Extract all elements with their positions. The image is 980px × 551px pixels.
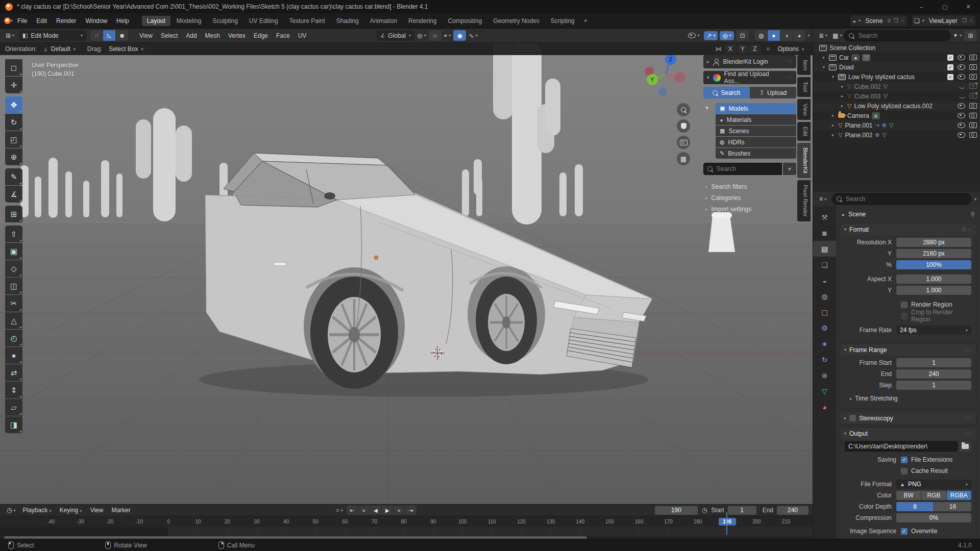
drag-dropdown[interactable]: Select Box▾ [105,44,146,55]
mirror-z-button[interactable]: Z [749,44,761,54]
resolution-x-field[interactable]: 2880 px [896,238,971,247]
tool-shrink-fatten[interactable]: ⇕ [5,382,22,398]
delete-scene-icon[interactable]: ✕ [901,18,905,23]
collection-checkbox[interactable]: ✓ [947,64,953,70]
hide-eye-icon[interactable] [958,103,965,109]
mode-dropdown[interactable]: ◧ Edit Mode ▾ [19,30,86,41]
viewport-menu-item[interactable]: View [135,32,157,39]
workspace-tab[interactable]: Texture Paint [284,16,330,26]
viewport-menu-item[interactable]: UV [294,32,311,39]
import-settings-section[interactable]: ▸ Import settings [703,204,796,215]
properties-editor-type-button[interactable]: ≡▾ [817,194,829,204]
tab-modifiers[interactable]: ⚙ [813,320,836,336]
outliner-row-car[interactable]: ▸ Car ▲ ▽ ✓ [813,53,980,62]
workspace-tab[interactable]: Compositing [443,16,487,26]
stereoscopy-checkbox[interactable] [849,415,856,421]
blenderkit-login-header[interactable]: ▸ BlenderKit Login ∷∷ [703,55,796,68]
edge-select-button[interactable]: ◺ [103,30,115,41]
sidebar-tab[interactable]: Tool [797,77,811,96]
collapse-icon[interactable]: ▾ [830,74,836,79]
collapse-icon[interactable]: ▾ [821,65,826,69]
render-visibility-icon[interactable] [969,103,977,109]
pan-button[interactable] [677,119,690,133]
menu-item[interactable]: Render [52,17,81,24]
proportional-falloff-dropdown[interactable]: ∿▾ [466,31,480,40]
crop-region-checkbox[interactable] [901,313,908,319]
viewport-menu-item[interactable]: Vertex [224,32,250,39]
auto-keying-button[interactable]: ○▾ [333,506,346,515]
tab-view-layer[interactable]: ❏ [813,257,836,272]
tool-move[interactable]: ✥ [5,96,22,113]
tab-object[interactable]: ▢ [813,304,836,320]
viewport-menu-item[interactable]: Mesh [201,32,224,39]
sidebar-tab[interactable]: Item [797,55,811,75]
hide-eye-icon[interactable] [958,55,965,60]
delete-viewlayer-icon[interactable]: ✕ [969,18,973,23]
hide-eye-icon[interactable] [958,64,965,70]
scene-selector[interactable]: ◒ ▾ Scene ⚲ ❐ ✕ [850,15,908,27]
viewport-menu-item[interactable]: Face [272,32,294,39]
snap-toggle-button[interactable]: ∩ [429,30,442,41]
workspace-tab[interactable]: Modeling [172,16,207,26]
outliner-row-cactus-collection[interactable]: ▾ Low Poly stylized cactus ✓ [813,72,980,82]
tool-shear[interactable]: ▱ [5,399,22,416]
asset-type-scenes[interactable]: ▦Scenes [716,126,796,136]
viewport-menu-item[interactable]: Select [157,32,182,39]
blenderkit-search-options-button[interactable]: ▾ [783,163,796,175]
frame-end-field[interactable]: 240 [896,369,971,379]
tool-poly-build[interactable]: △ [5,312,22,329]
expand-icon[interactable]: ▸ [840,94,845,98]
pivot-point-dropdown[interactable]: ◎▾ [414,31,429,40]
expand-icon[interactable]: ▸ [830,113,836,118]
timeline-view-menu[interactable]: View [87,507,107,514]
blenderkit-find-header[interactable]: ▾ Find and Upload Ass... ∷∷ [703,71,796,84]
playhead[interactable] [726,512,727,535]
transform-orientation-dropdown[interactable]: ∠ Global ▾ [377,30,414,41]
tool-select-box[interactable]: ◻ [5,59,22,76]
snap-target-dropdown[interactable]: ⌖▾ [442,31,454,40]
asset-type-brushes[interactable]: ✎Brushes [716,148,796,159]
browse-folder-button[interactable] [959,441,971,452]
tab-world[interactable]: ◍ [813,288,836,304]
minimize-button[interactable]: – [910,0,933,13]
vertex-select-button[interactable]: ∷ [90,30,103,41]
color-bw-button[interactable]: BW [896,491,921,500]
asset-type-materials[interactable]: ◕Materials [716,114,796,125]
workspace-tab[interactable]: UV Editing [244,16,283,26]
hide-eye-icon[interactable] [958,132,965,138]
resolution-y-field[interactable]: 2160 px [896,249,971,258]
file-format-dropdown[interactable]: ▲PNG▾ [896,480,971,489]
pin-icon[interactable]: ⚲ [970,211,975,218]
options-dropdown[interactable]: Options▾ [774,44,807,55]
play-button[interactable]: ▶ [382,506,393,515]
outliner-row-camera[interactable]: ▸ Camera ▣ [813,111,980,120]
format-panel-header[interactable]: ▾ Format ☰ ∷ [840,223,976,235]
start-frame-field[interactable]: 1 [728,506,756,515]
menu-item[interactable]: Edit [32,17,52,24]
shading-material-button[interactable]: ◑ [780,30,793,41]
sidebar-tab[interactable]: View [797,99,811,120]
render-visibility-icon[interactable] [969,64,977,70]
workspace-tab[interactable]: Rendering [403,16,442,26]
sidebar-tab[interactable]: Pixel Render [797,180,811,221]
properties-search-input[interactable] [845,195,967,203]
outliner-search-input[interactable] [857,32,946,40]
timeline-track[interactable] [0,527,813,536]
shading-rendered-button[interactable]: ◕ [793,30,805,41]
blenderkit-upload-tab[interactable]: ↥ Upload [750,87,796,98]
new-scene-icon[interactable]: ❐ [894,18,898,23]
resolution-percent-slider[interactable]: 100% [896,260,971,269]
collection-checkbox[interactable]: ✓ [947,55,953,61]
menu-item[interactable]: Help [112,17,134,24]
shading-wireframe-button[interactable]: ◍ [755,30,767,41]
tool-add-cube[interactable]: ⊞ [5,206,22,222]
shading-solid-button[interactable]: ● [768,30,780,41]
outliner-filter-dropdown[interactable]: ▼▾ [950,32,964,39]
output-panel-header[interactable]: ▾ Output ∷∷ [840,428,976,439]
maximize-button[interactable]: ▢ [933,0,957,13]
workspace-tab[interactable]: Layout [142,16,170,26]
frame-start-field[interactable]: 1 [896,358,971,367]
frame-rate-dropdown[interactable]: 24 fps▾ [896,325,971,335]
compression-field[interactable]: 0% [896,513,971,522]
tool-inset-faces[interactable]: ▣ [5,243,22,260]
